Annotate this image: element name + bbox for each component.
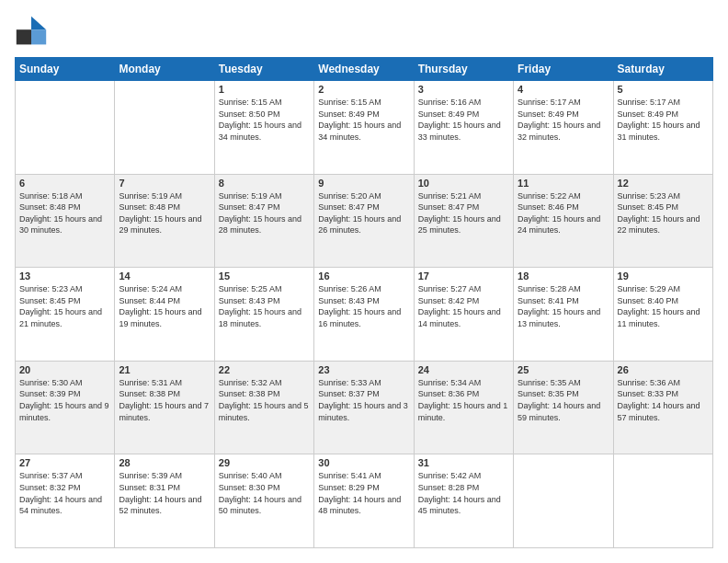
calendar-cell: 21 Sunrise: 5:31 AM Sunset: 8:38 PM Dayl…	[115, 361, 214, 454]
sunset-label: Sunset: 8:48 PM	[19, 202, 81, 212]
sunrise-label: Sunrise: 5:22 AM	[518, 191, 581, 201]
sunset-label: Sunset: 8:42 PM	[418, 296, 480, 305]
day-info: Sunrise: 5:37 AM Sunset: 8:32 PM Dayligh…	[19, 470, 110, 516]
day-number: 26	[618, 364, 709, 375]
sunset-label: Sunset: 8:47 PM	[318, 202, 380, 212]
daylight-label: Daylight: 14 hours and 52 minutes.	[119, 495, 201, 516]
sunset-label: Sunset: 8:37 PM	[318, 389, 380, 398]
day-number: 22	[219, 364, 310, 375]
sunrise-label: Sunrise: 5:30 AM	[19, 378, 83, 387]
daylight-label: Daylight: 15 hours and 30 minutes.	[19, 214, 102, 236]
sunset-label: Sunset: 8:47 PM	[219, 202, 280, 212]
weekday-header: Tuesday	[214, 58, 313, 81]
sunrise-label: Sunrise: 5:34 AM	[418, 378, 482, 387]
sunset-label: Sunset: 8:49 PM	[318, 109, 380, 119]
day-info: Sunrise: 5:21 AM Sunset: 8:47 PM Dayligh…	[418, 190, 509, 236]
calendar-cell: 12 Sunrise: 5:23 AM Sunset: 8:45 PM Dayl…	[613, 174, 712, 268]
sunset-label: Sunset: 8:43 PM	[318, 296, 380, 305]
day-info: Sunrise: 5:28 AM Sunset: 8:41 PM Dayligh…	[518, 283, 609, 329]
calendar-week: 20 Sunrise: 5:30 AM Sunset: 8:39 PM Dayl…	[16, 361, 713, 454]
sunset-label: Sunset: 8:45 PM	[19, 296, 81, 305]
day-number: 28	[119, 457, 210, 468]
sunset-label: Sunset: 8:32 PM	[19, 483, 81, 492]
day-number: 9	[318, 178, 409, 189]
weekday-header: Saturday	[613, 58, 712, 81]
day-info: Sunrise: 5:41 AM Sunset: 8:29 PM Dayligh…	[318, 470, 409, 516]
day-number: 24	[418, 364, 509, 375]
sunset-label: Sunset: 8:33 PM	[618, 389, 679, 398]
sunset-label: Sunset: 8:48 PM	[119, 202, 180, 212]
daylight-label: Daylight: 15 hours and 31 minutes.	[618, 121, 700, 142]
day-number: 4	[518, 84, 609, 95]
day-number: 6	[19, 178, 110, 189]
weekday-header: Friday	[514, 58, 613, 81]
calendar-cell: 15 Sunrise: 5:25 AM Sunset: 8:43 PM Dayl…	[214, 268, 313, 362]
daylight-label: Daylight: 15 hours and 25 minutes.	[418, 214, 501, 236]
day-number: 19	[618, 270, 709, 282]
weekday-header: Monday	[115, 58, 214, 81]
sunset-label: Sunset: 8:41 PM	[518, 296, 579, 305]
calendar-cell: 11 Sunrise: 5:22 AM Sunset: 8:46 PM Dayl…	[514, 174, 613, 268]
day-number: 7	[119, 178, 210, 189]
calendar-cell: 13 Sunrise: 5:23 AM Sunset: 8:45 PM Dayl…	[16, 268, 115, 362]
day-number: 3	[418, 84, 509, 95]
sunset-label: Sunset: 8:31 PM	[119, 483, 180, 492]
day-info: Sunrise: 5:29 AM Sunset: 8:40 PM Dayligh…	[618, 283, 709, 329]
sunrise-label: Sunrise: 5:41 AM	[318, 471, 381, 480]
calendar-cell: 10 Sunrise: 5:21 AM Sunset: 8:47 PM Dayl…	[414, 174, 513, 268]
sunrise-label: Sunrise: 5:15 AM	[219, 98, 282, 107]
daylight-label: Daylight: 15 hours and 13 minutes.	[518, 307, 600, 328]
calendar-cell	[613, 454, 712, 548]
daylight-label: Daylight: 15 hours and 28 minutes.	[219, 214, 301, 236]
calendar-cell: 17 Sunrise: 5:27 AM Sunset: 8:42 PM Dayl…	[414, 268, 513, 362]
day-number: 21	[119, 364, 210, 375]
day-number: 12	[618, 178, 709, 189]
day-info: Sunrise: 5:23 AM Sunset: 8:45 PM Dayligh…	[19, 283, 110, 329]
page: SundayMondayTuesdayWednesdayThursdayFrid…	[0, 0, 728, 563]
sunset-label: Sunset: 8:38 PM	[219, 389, 280, 398]
daylight-label: Daylight: 15 hours and 22 minutes.	[618, 214, 700, 236]
calendar-cell: 8 Sunrise: 5:19 AM Sunset: 8:47 PM Dayli…	[214, 174, 313, 268]
day-number: 31	[418, 457, 509, 468]
daylight-label: Daylight: 15 hours and 34 minutes.	[219, 121, 301, 142]
calendar-cell: 31 Sunrise: 5:42 AM Sunset: 8:28 PM Dayl…	[414, 454, 513, 548]
sunset-label: Sunset: 8:43 PM	[219, 296, 280, 305]
calendar-cell: 29 Sunrise: 5:40 AM Sunset: 8:30 PM Dayl…	[214, 454, 313, 548]
day-number: 8	[219, 178, 310, 189]
day-info: Sunrise: 5:34 AM Sunset: 8:36 PM Dayligh…	[418, 377, 509, 423]
calendar-week: 1 Sunrise: 5:15 AM Sunset: 8:50 PM Dayli…	[16, 81, 713, 175]
calendar-cell: 25 Sunrise: 5:35 AM Sunset: 8:35 PM Dayl…	[514, 361, 613, 454]
day-info: Sunrise: 5:22 AM Sunset: 8:46 PM Dayligh…	[518, 190, 609, 236]
calendar-cell: 26 Sunrise: 5:36 AM Sunset: 8:33 PM Dayl…	[613, 361, 712, 454]
calendar-cell: 14 Sunrise: 5:24 AM Sunset: 8:44 PM Dayl…	[115, 268, 214, 362]
sunrise-label: Sunrise: 5:26 AM	[318, 284, 381, 293]
daylight-label: Daylight: 15 hours and 33 minutes.	[418, 121, 501, 142]
calendar-cell: 20 Sunrise: 5:30 AM Sunset: 8:39 PM Dayl…	[16, 361, 115, 454]
calendar-cell: 2 Sunrise: 5:15 AM Sunset: 8:49 PM Dayli…	[314, 81, 414, 175]
sunrise-label: Sunrise: 5:23 AM	[618, 191, 681, 201]
day-number: 11	[518, 178, 609, 189]
sunrise-label: Sunrise: 5:36 AM	[618, 378, 681, 387]
day-info: Sunrise: 5:32 AM Sunset: 8:38 PM Dayligh…	[219, 377, 310, 423]
daylight-label: Daylight: 15 hours and 34 minutes.	[318, 121, 401, 142]
day-info: Sunrise: 5:33 AM Sunset: 8:37 PM Dayligh…	[318, 377, 409, 423]
sunrise-label: Sunrise: 5:37 AM	[19, 471, 83, 480]
daylight-label: Daylight: 15 hours and 24 minutes.	[518, 214, 600, 236]
daylight-label: Daylight: 15 hours and 16 minutes.	[318, 307, 401, 328]
sunrise-label: Sunrise: 5:29 AM	[618, 284, 681, 293]
weekday-header: Wednesday	[314, 58, 414, 81]
calendar-cell: 24 Sunrise: 5:34 AM Sunset: 8:36 PM Dayl…	[414, 361, 513, 454]
day-info: Sunrise: 5:16 AM Sunset: 8:49 PM Dayligh…	[418, 97, 509, 143]
daylight-label: Daylight: 14 hours and 45 minutes.	[418, 495, 501, 516]
daylight-label: Daylight: 15 hours and 26 minutes.	[318, 214, 401, 236]
sunrise-label: Sunrise: 5:27 AM	[418, 284, 482, 293]
daylight-label: Daylight: 15 hours and 14 minutes.	[418, 307, 501, 328]
day-info: Sunrise: 5:40 AM Sunset: 8:30 PM Dayligh…	[219, 470, 310, 516]
calendar-cell: 27 Sunrise: 5:37 AM Sunset: 8:32 PM Dayl…	[16, 454, 115, 548]
day-number: 16	[318, 270, 409, 282]
daylight-label: Daylight: 15 hours and 21 minutes.	[19, 307, 102, 328]
logo	[15, 15, 51, 48]
sunrise-label: Sunrise: 5:35 AM	[518, 378, 581, 387]
day-info: Sunrise: 5:27 AM Sunset: 8:42 PM Dayligh…	[418, 283, 509, 329]
calendar-cell	[16, 81, 115, 175]
